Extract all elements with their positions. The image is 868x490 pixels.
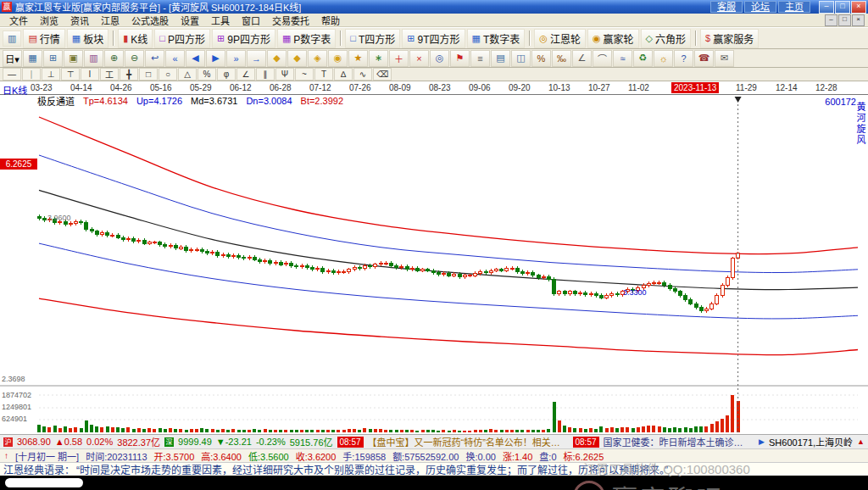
toolbar-button-8[interactable]: ⊞9T四方形 — [402, 29, 465, 48]
chart-area[interactable]: 极反通道Tp=4.6134Up=4.1726Md=3.6731Dn=3.0084… — [0, 95, 868, 434]
menu-item-8[interactable]: 窗口 — [236, 14, 266, 27]
recycle-icon[interactable]: ♻ — [633, 50, 653, 67]
tline-top-tool-icon[interactable]: ⊤ — [61, 68, 80, 81]
scroll-up-icon[interactable]: ▲ — [857, 437, 865, 446]
angle-line-icon[interactable]: ∠ — [236, 68, 255, 81]
next-bar-icon[interactable]: ▶ — [206, 50, 225, 67]
eraser-tool-icon[interactable]: ⌫ — [373, 68, 392, 81]
toolbar-button-2[interactable]: ▦板块 — [67, 29, 108, 48]
gann-square-icon[interactable]: ◆ — [267, 50, 287, 67]
toolbar-button-11[interactable]: ◉赢家轮 — [587, 29, 639, 48]
percent-icon[interactable]: % — [531, 50, 551, 67]
minimize-button[interactable]: – — [819, 1, 834, 14]
ticker-play-icon[interactable]: ▶ — [759, 437, 765, 446]
vline-tool-icon[interactable]: ｜ — [22, 68, 41, 81]
play-icon[interactable]: → — [247, 50, 266, 67]
phone-icon[interactable]: ☎ — [694, 50, 714, 67]
toolbar-button-13[interactable]: $赢家服务 — [700, 29, 759, 48]
menu-item-6[interactable]: 设置 — [175, 14, 205, 27]
mdi-minimize-button[interactable]: – — [825, 14, 837, 26]
help-icon[interactable]: ? — [674, 50, 693, 67]
ibeam-tool-icon[interactable]: I — [81, 68, 99, 81]
gann-box-icon[interactable]: ◆ — [287, 50, 307, 67]
triangle-tool-icon[interactable]: △ — [178, 68, 197, 81]
menu-item-3[interactable]: 资讯 — [64, 14, 95, 27]
sz-index-icon[interactable]: 深 — [164, 437, 174, 447]
first-bar-icon[interactable]: « — [165, 50, 185, 67]
sun-icon[interactable]: ☼ — [654, 50, 673, 67]
zoom-in-icon[interactable]: ⊕ — [104, 50, 124, 67]
star-tool-icon[interactable]: ★ — [348, 50, 368, 67]
volume-bar — [226, 430, 230, 432]
prev-bar-icon[interactable]: ◀ — [186, 50, 205, 67]
pitchfork-tool-icon[interactable]: Ψ — [275, 68, 294, 81]
percent-line-icon[interactable]: % — [198, 68, 216, 81]
kline-svg[interactable] — [0, 95, 868, 434]
zoom-out-icon[interactable]: ⊖ — [125, 50, 144, 67]
wave-icon[interactable]: ≈ — [613, 50, 632, 67]
close-button[interactable]: × — [851, 1, 866, 14]
toolbar-button-3[interactable]: ▮K线 — [118, 29, 153, 48]
sh-index-icon[interactable]: 沪 — [3, 437, 13, 447]
menu-item-7[interactable]: 工具 — [205, 14, 236, 27]
menu-item-1[interactable]: 文件 — [3, 14, 34, 27]
period-day-selector[interactable]: 日▾ — [3, 50, 22, 67]
news-item[interactable]: 【盘中宝】又一新冠药“特仿”名单公布！相关原料药需... — [368, 435, 569, 448]
wave-tool-icon[interactable]: ~ — [295, 68, 314, 81]
toolbar-button-12[interactable]: ◇六角形 — [641, 29, 691, 48]
board-icon[interactable]: ▦ — [23, 50, 42, 67]
titlebar-link-3[interactable]: 主页 — [778, 1, 810, 13]
delete-tool-icon[interactable]: × — [409, 50, 429, 67]
zigzag-tool-icon[interactable]: ∿ — [353, 68, 372, 81]
mdi-maximize-button[interactable]: □ — [838, 14, 851, 26]
toolbar-button-10[interactable]: ◎江恩轮 — [534, 29, 586, 48]
titlebar-link-1[interactable]: 客服 — [710, 1, 743, 13]
gann-fan-icon[interactable]: ◈ — [308, 50, 327, 67]
mdi-close-button[interactable]: × — [852, 14, 865, 26]
maximize-button[interactable]: □ — [835, 1, 850, 14]
circle-tool-icon[interactable]: ○ — [159, 68, 177, 81]
rect-tool-icon[interactable]: □ — [139, 68, 158, 81]
target-icon[interactable]: ◎ — [430, 50, 449, 67]
angle-icon[interactable]: ∠ — [572, 50, 592, 67]
mail-icon[interactable]: ✉ — [715, 50, 734, 67]
split-view-icon[interactable]: ◫ — [511, 50, 531, 67]
toolbar-button-1[interactable]: ▤行情 — [23, 29, 64, 48]
table-icon[interactable]: ▤ — [491, 50, 510, 67]
task-pill[interactable] — [5, 478, 83, 487]
text-tool-icon[interactable]: T — [314, 68, 333, 81]
beam-tool-icon[interactable]: 工 — [100, 68, 119, 81]
layout-grid-button[interactable]: ▥ — [3, 31, 21, 47]
toolbar-button-7[interactable]: □T四方形 — [345, 29, 400, 48]
menu-item-4[interactable]: 江恩 — [95, 14, 125, 27]
window-icon[interactable]: ⊞ — [43, 50, 63, 67]
toolbar-button-9[interactable]: ▦T数字表 — [467, 29, 526, 48]
asterisk-tool-icon[interactable]: ∗ — [369, 50, 388, 67]
tline-bottom-tool-icon[interactable]: ⊥ — [42, 68, 60, 81]
last-bar-icon[interactable]: » — [226, 50, 246, 67]
news-item[interactable]: 国家卫健委：昨日新增本土确诊病例23... — [604, 435, 751, 448]
toolbar-button-4[interactable]: □P四方形 — [154, 29, 210, 48]
fib-tool-icon[interactable]: φ — [217, 68, 236, 81]
titlebar-link-2[interactable]: 论坛 — [744, 1, 776, 13]
save-icon[interactable]: ▣ — [64, 50, 83, 67]
menu-item-2[interactable]: 浏览 — [34, 14, 64, 27]
channel-tool-icon[interactable]: ∥ — [256, 68, 275, 81]
undo-icon[interactable]: ↩ — [145, 50, 164, 67]
toolbar-button-6[interactable]: ▦P数字表 — [277, 29, 336, 48]
gann-wheel-icon[interactable]: ◉ — [328, 50, 348, 67]
arc-icon[interactable]: ⌒ — [593, 50, 612, 67]
ticker-stock[interactable]: SH600171,上海贝岭 — [769, 435, 853, 448]
cross-tool-icon[interactable]: ＋ — [389, 50, 409, 67]
menu-item-5[interactable]: 公式选股 — [125, 14, 175, 27]
crosshair-tool-icon[interactable]: ╋ — [120, 68, 138, 81]
toolbar-button-5[interactable]: ⊞9P四方形 — [212, 29, 275, 48]
ruler-tool-icon[interactable]: ∆ — [334, 68, 353, 81]
hline-tool-icon[interactable]: ― — [3, 68, 21, 81]
flag-icon[interactable]: ⚑ — [450, 50, 470, 67]
menu-item-9[interactable]: 交易委托 — [266, 14, 315, 27]
layers-icon[interactable]: ≡ — [470, 50, 490, 67]
chart-type-icon[interactable]: ▥ — [84, 50, 103, 67]
menu-item-10[interactable]: 帮助 — [315, 14, 346, 27]
permille-icon[interactable]: ‰ — [552, 50, 571, 67]
